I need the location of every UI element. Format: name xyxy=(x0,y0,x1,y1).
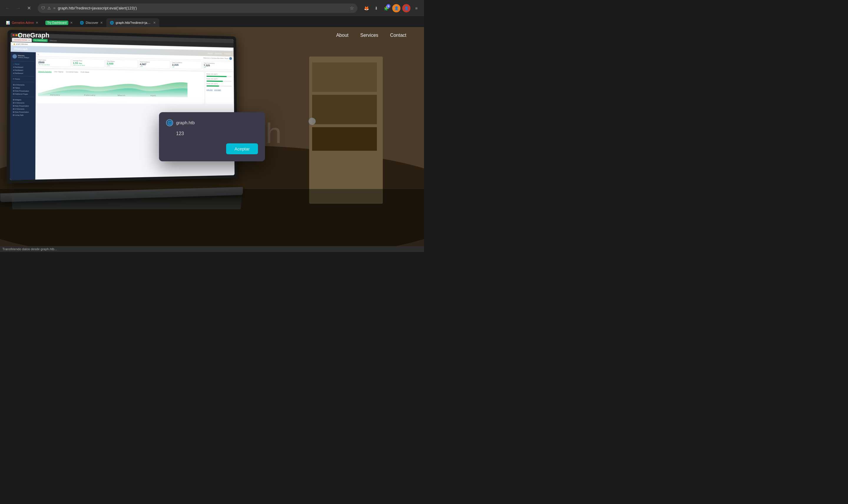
tab-1[interactable]: Try Dashboard ✕ xyxy=(42,18,76,27)
profile-avatar-1[interactable]: 👤 xyxy=(392,4,400,12)
alert-footer: Aceptar xyxy=(166,143,258,154)
alert-dialog: 🌐 graph.htb 123 Aceptar xyxy=(159,112,265,161)
main-content: Gemelos Admin ✕ Try Dashboard Discover 🔒… xyxy=(0,27,424,246)
menu-button[interactable]: ≡ xyxy=(412,4,420,12)
tab-0[interactable]: 📊 Gemelos Admn ✕ xyxy=(2,18,42,27)
tab-label-0: Gemelos Admn xyxy=(12,21,34,24)
alert-accept-button[interactable]: Aceptar xyxy=(226,143,258,154)
security-shield-icon: 🛡 xyxy=(41,6,45,10)
tab-favicon-3: 🌐 xyxy=(110,21,114,25)
tab-close-2[interactable]: ✕ xyxy=(100,21,103,25)
extension-button[interactable]: 🧩 6 xyxy=(382,4,391,12)
alert-domain-icon: 🌐 xyxy=(166,119,173,126)
browser-toolbar: ← → ✕ 🛡 ⚠ = graph.htb/?redirect=javascri… xyxy=(0,0,424,17)
tab-badge-1: Try Dashboard xyxy=(46,21,68,25)
tab-label-3: graph.htb/?redirect=javascript:eval... xyxy=(116,21,151,24)
tab-label-2: Discover xyxy=(86,21,98,24)
url-text: graph.htb/?redirect=javascript:eval('ale… xyxy=(58,6,347,10)
tab-favicon-2: 🌐 xyxy=(80,21,84,25)
bookmark-button[interactable]: ☆ xyxy=(350,5,354,11)
alert-header: 🌐 graph.htb xyxy=(166,119,258,126)
tab-favicon-0: 📊 xyxy=(6,21,10,25)
status-bar: Transfiriendo datos desde graph.htb... xyxy=(0,246,424,252)
profile-avatar-2[interactable]: 👤 xyxy=(402,4,411,12)
toolbar-right: 🦊 ⬇ 🧩 6 👤 👤 ≡ xyxy=(362,4,420,12)
tab-close-3[interactable]: ✕ xyxy=(153,21,156,25)
alert-domain: graph.htb xyxy=(176,120,195,125)
alert-overlay: 🌐 graph.htb 123 Aceptar xyxy=(0,27,424,246)
status-text: Transfiriendo datos desde graph.htb... xyxy=(2,247,57,251)
tab-close-0[interactable]: ✕ xyxy=(36,21,38,25)
pocket-button[interactable]: 🦊 xyxy=(362,4,371,12)
reload-button[interactable]: ✕ xyxy=(25,4,33,12)
globe-icon: 🌐 xyxy=(167,121,172,125)
tracking-icon: = xyxy=(53,6,56,10)
tabs-bar: 📊 Gemelos Admn ✕ Try Dashboard ✕ 🌐 Disco… xyxy=(0,17,424,27)
lock-icon: ⚠ xyxy=(48,6,51,10)
download-button[interactable]: ⬇ xyxy=(372,4,380,12)
tab-3[interactable]: 🌐 graph.htb/?redirect=javascript:eval...… xyxy=(106,18,159,27)
tab-2[interactable]: 🌐 Discover ✕ xyxy=(76,18,106,27)
back-button[interactable]: ← xyxy=(3,4,12,12)
badge-count: 6 xyxy=(386,4,391,8)
alert-message: 123 xyxy=(166,131,258,136)
tab-close-1[interactable]: ✕ xyxy=(70,21,73,25)
address-bar[interactable]: 🛡 ⚠ = graph.htb/?redirect=javascript:eva… xyxy=(38,3,358,13)
forward-button[interactable]: → xyxy=(14,4,22,12)
